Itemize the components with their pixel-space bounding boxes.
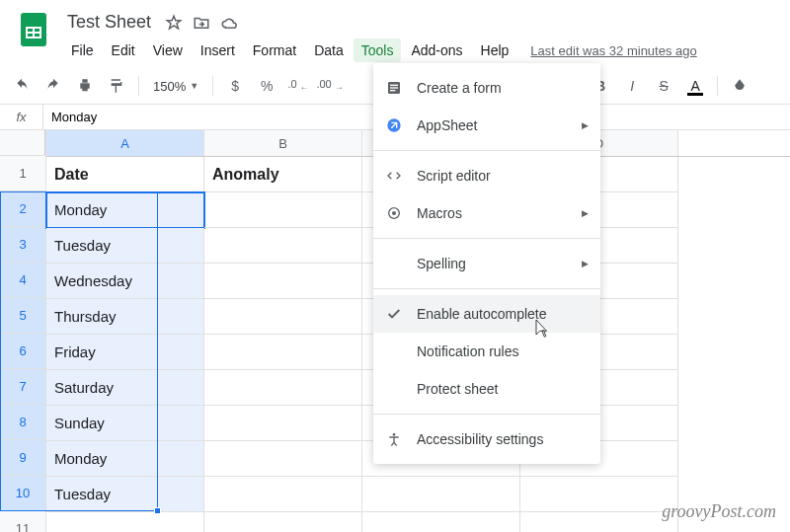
cell-A4[interactable]: Wednesday [46, 264, 204, 299]
cell-A7[interactable]: Saturday [46, 370, 204, 406]
cell-A5[interactable]: Thursday [46, 299, 204, 335]
sheets-logo[interactable] [12, 8, 55, 51]
cell-B11[interactable] [204, 512, 362, 532]
row-header-10[interactable]: 10 [0, 476, 45, 511]
cell-B5[interactable] [204, 299, 362, 335]
row-header-3[interactable]: 3 [0, 227, 45, 263]
text-color-button[interactable]: A [681, 72, 709, 100]
menu-item-protect-sheet[interactable]: Protect sheet [373, 370, 600, 408]
fill-handle[interactable] [154, 507, 161, 514]
italic-button[interactable]: I [618, 72, 646, 100]
row-header-7[interactable]: 7 [0, 369, 45, 405]
paint-format-button[interactable] [103, 72, 130, 100]
cell-A3[interactable]: Tuesday [46, 228, 204, 264]
menu-item-script-editor[interactable]: Script editor [373, 157, 600, 194]
menu-help[interactable]: Help [473, 38, 517, 62]
row-header-11[interactable]: 11 [0, 511, 45, 532]
svg-point-7 [393, 433, 396, 436]
fill-color-button[interactable] [726, 72, 753, 100]
cell-A10[interactable]: Tuesday [46, 477, 204, 512]
menu-item-enable-autocomplete[interactable]: Enable autocomplete [373, 295, 600, 333]
increase-decimal-button[interactable]: .00 → [316, 72, 344, 100]
cell-C10[interactable] [362, 477, 520, 512]
cell-B7[interactable] [204, 370, 362, 406]
move-folder-icon[interactable] [193, 14, 210, 32]
row-header-2[interactable]: 2 [0, 191, 45, 227]
row-header-8[interactable]: 8 [0, 405, 45, 440]
document-title[interactable]: Test Sheet [63, 10, 155, 35]
zoom-value: 150% [153, 79, 186, 94]
menu-item-label: Spelling [417, 256, 466, 271]
menu-file[interactable]: File [63, 38, 102, 62]
title-area: Test Sheet File Edit View Insert Format … [63, 8, 778, 64]
star-icon[interactable] [165, 14, 183, 32]
cell-A9[interactable]: Monday [46, 441, 204, 477]
cell-D10[interactable] [520, 477, 678, 512]
format-percent-button[interactable]: % [253, 72, 280, 100]
menu-item-label: Protect sheet [417, 381, 499, 397]
menu-item-accessibility[interactable]: Accessibility settings [373, 420, 600, 458]
menu-data[interactable]: Data [306, 38, 352, 62]
menu-format[interactable]: Format [245, 38, 304, 62]
cell-D11[interactable] [520, 512, 678, 532]
select-all-corner[interactable] [0, 130, 45, 156]
menu-separator [373, 150, 600, 151]
menu-item-create-form[interactable]: Create a form [373, 69, 600, 107]
submenu-arrow-icon: ▶ [582, 259, 589, 268]
cell-B2[interactable] [204, 192, 362, 228]
cell-A11[interactable] [46, 512, 204, 532]
row-header-9[interactable]: 9 [0, 440, 45, 476]
decrease-decimal-button[interactable]: .0 ← [284, 72, 312, 100]
menu-item-label: Create a form [417, 80, 502, 96]
row-header-4[interactable]: 4 [0, 263, 45, 298]
cell-B1[interactable]: Anomaly [204, 157, 362, 192]
menu-item-notification-rules[interactable]: Notification rules [373, 333, 600, 370]
menu-item-macros[interactable]: Macros ▶ [373, 194, 600, 232]
cell-B6[interactable] [204, 335, 362, 370]
macros-icon [385, 204, 403, 222]
blank-icon [385, 380, 403, 398]
row-headers: 1 2 3 4 5 6 7 8 9 10 11 [0, 130, 46, 532]
strikethrough-button[interactable]: S [650, 72, 677, 100]
menu-edit[interactable]: Edit [104, 38, 143, 62]
undo-button[interactable] [8, 72, 36, 100]
cell-A2[interactable]: Monday [46, 192, 204, 228]
fx-label: fx [0, 105, 43, 129]
col-header-B[interactable]: B [204, 130, 362, 156]
menu-item-appsheet[interactable]: AppSheet ▶ [373, 107, 600, 144]
print-button[interactable] [71, 72, 99, 100]
cell-B3[interactable] [204, 228, 362, 264]
watermark: groovyPost.com [662, 501, 776, 522]
row-header-1[interactable]: 1 [0, 156, 45, 191]
cell-A1[interactable]: Date [46, 157, 204, 192]
menu-insert[interactable]: Insert [193, 38, 243, 62]
cell-C11[interactable] [362, 512, 520, 532]
row-header-6[interactable]: 6 [0, 334, 45, 369]
menubar: File Edit View Insert Format Data Tools … [63, 37, 778, 64]
zoom-select[interactable]: 150% ▼ [147, 79, 204, 94]
menu-view[interactable]: View [145, 38, 191, 62]
cell-A6[interactable]: Friday [46, 335, 204, 370]
menu-item-label: Enable autocomplete [417, 306, 547, 322]
menu-item-label: Script editor [417, 168, 491, 184]
row-header-5[interactable]: 5 [0, 298, 45, 334]
header: Test Sheet File Edit View Insert Format … [0, 0, 790, 64]
cell-B4[interactable] [204, 264, 362, 299]
menu-addons[interactable]: Add-ons [403, 38, 470, 62]
svg-rect-3 [390, 90, 395, 91]
cell-A8[interactable]: Sunday [46, 406, 204, 441]
menu-item-label: Notification rules [417, 343, 519, 359]
tools-dropdown: Create a form AppSheet ▶ Script editor M… [373, 63, 600, 464]
menu-item-spelling[interactable]: Spelling ▶ [373, 245, 600, 282]
cell-B10[interactable] [204, 477, 362, 512]
redo-button[interactable] [40, 72, 67, 100]
title-row: Test Sheet [63, 8, 778, 37]
cloud-status-icon[interactable] [220, 14, 238, 32]
last-edit-link[interactable]: Last edit was 32 minutes ago [530, 43, 696, 58]
menu-item-label: Macros [417, 205, 462, 221]
format-currency-button[interactable]: $ [221, 72, 249, 100]
menu-tools[interactable]: Tools [354, 38, 402, 62]
col-header-A[interactable]: A [46, 130, 204, 156]
cell-B8[interactable] [204, 406, 362, 441]
cell-B9[interactable] [204, 441, 362, 477]
